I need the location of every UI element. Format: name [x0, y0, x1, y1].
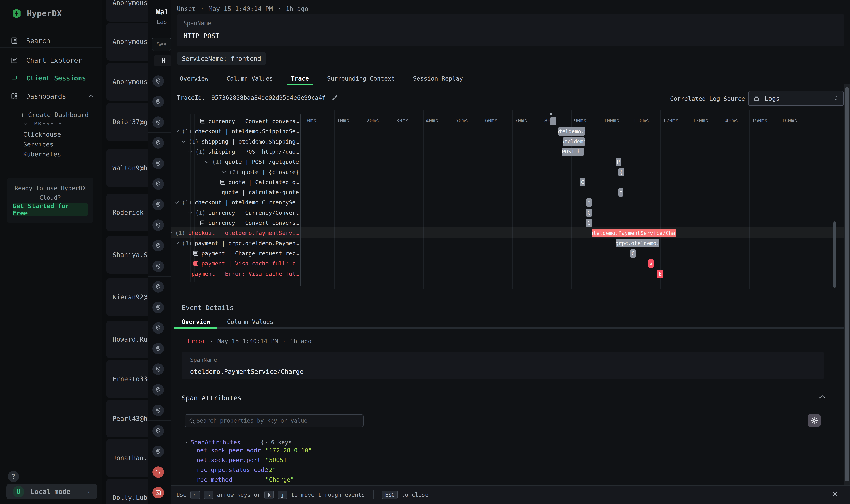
session-card[interactable]: Deion37@gm: [106, 103, 148, 141]
trace-span-bar[interactable]: grpc.oteldemo.: [616, 239, 659, 248]
create-dashboard-button[interactable]: + Create Dashboard: [21, 111, 89, 119]
session-event[interactable]: [148, 318, 170, 338]
drawer-tab[interactable]: Overview: [180, 73, 209, 84]
session-card[interactable]: Anonymous: [106, 23, 148, 60]
trace-row[interactable]: (1)shipping | oteldemo.Shipping…: [171, 137, 299, 147]
trace-span-bar[interactable]: o: [586, 198, 592, 206]
trace-span-bar[interactable]: c: [618, 188, 623, 197]
session-event[interactable]: [148, 421, 170, 441]
session-event[interactable]: [148, 174, 170, 194]
chevron-up-icon[interactable]: [88, 94, 94, 98]
drawer-tab[interactable]: Surrounding Context: [327, 73, 395, 84]
trace-span-bar[interactable]: C: [586, 219, 592, 227]
session-event[interactable]: [148, 153, 170, 174]
trace-span-bar[interactable]: oteldemo.PaymentService/Char: [592, 229, 676, 237]
trace-row[interactable]: (1)checkout | oteldemo.ShippingSe…: [171, 126, 299, 137]
session-event[interactable]: [148, 276, 170, 297]
session-event[interactable]: [148, 297, 170, 318]
presets-header[interactable]: PRESETS: [23, 121, 62, 127]
tree-scrollbar[interactable]: [300, 114, 301, 286]
get-started-button[interactable]: Get Started for Free: [13, 203, 88, 216]
session-event[interactable]: [148, 132, 170, 153]
session-event[interactable]: [148, 338, 170, 359]
session-card[interactable]: Dolly.Lubo: [106, 479, 148, 504]
session-card[interactable]: Walton9@ho: [106, 149, 148, 187]
trace-row[interactable]: (1)currency | Currency/Convert: [171, 208, 299, 218]
trace-row[interactable]: (1)shipping | POST http://quo…: [171, 147, 299, 157]
chevron-down-icon[interactable]: [174, 242, 179, 245]
sidebar-item-chart-explorer[interactable]: Chart Explorer: [0, 54, 102, 67]
trace-row[interactable]: quote | Calculated q…: [171, 177, 299, 187]
session-event[interactable]: [148, 215, 170, 235]
service-name-chip[interactable]: ServiceName: frontend: [177, 52, 266, 65]
trace-span-bar[interactable]: C: [630, 249, 636, 257]
session-card[interactable]: Anonymous: [106, 0, 148, 22]
trace-span-bar[interactable]: C: [586, 209, 592, 217]
trace-row[interactable]: (1)quote | POST /getquote: [171, 157, 299, 167]
trace-span-bar[interactable]: oteldemo: [563, 138, 585, 146]
session-event[interactable]: [148, 462, 170, 482]
session-search-input[interactable]: [152, 38, 170, 51]
chevron-down-icon[interactable]: [204, 160, 209, 163]
sidebar-item-dashboards[interactable]: Dashboards: [0, 90, 102, 103]
trace-span-bar[interactable]: {: [618, 168, 624, 176]
sidebar-item-search[interactable]: Search: [0, 34, 102, 48]
trace-row[interactable]: payment | Charge request rec…: [171, 248, 299, 258]
session-card[interactable]: Shaniya.Sc: [106, 236, 148, 274]
trace-row[interactable]: currency | Convert convers…: [171, 218, 299, 228]
trace-span-bar[interactable]: P: [616, 158, 621, 166]
preset-item[interactable]: Clickhouse: [23, 129, 61, 139]
drawer-scrollbar-thumb[interactable]: [845, 87, 849, 481]
help-button[interactable]: ?: [8, 471, 19, 482]
trace-span-bar[interactable]: oteldemo.S: [558, 127, 585, 136]
session-event[interactable]: [148, 256, 170, 276]
trace-row[interactable]: currency | Convert convers…: [171, 116, 299, 126]
session-card[interactable]: Howard.Run: [106, 321, 148, 358]
sidebar-item-client-sessions[interactable]: Client Sessions: [0, 72, 102, 85]
log-source-select[interactable]: Logs: [748, 91, 844, 106]
drawer-tab[interactable]: Trace: [291, 73, 309, 84]
event-details-tab[interactable]: Overview: [182, 317, 210, 327]
trace-span-bar[interactable]: E: [657, 270, 664, 278]
session-event[interactable]: [148, 91, 170, 112]
session-card[interactable]: Jonathan.B: [106, 439, 148, 477]
preset-item[interactable]: Kubernetes: [23, 149, 61, 159]
session-event[interactable]: [148, 482, 170, 503]
trace-row[interactable]: (1)checkout | oteldemo.PaymentServi…: [171, 228, 299, 238]
session-event[interactable]: [148, 441, 170, 462]
chevron-down-icon[interactable]: [188, 211, 193, 214]
preset-item[interactable]: Services: [23, 139, 61, 149]
local-mode-button[interactable]: U Local mode ›: [6, 484, 97, 500]
trace-row[interactable]: (1)checkout | oteldemo.CurrencySe…: [171, 197, 299, 208]
session-event[interactable]: [148, 379, 170, 400]
chevron-down-icon[interactable]: [174, 130, 179, 133]
chevron-down-icon[interactable]: [188, 150, 193, 153]
trace-span-bar[interactable]: V: [648, 259, 654, 268]
session-event[interactable]: [148, 359, 170, 379]
session-card[interactable]: Kieran92@h: [106, 278, 148, 316]
session-event[interactable]: [148, 235, 170, 256]
chevron-down-icon[interactable]: [171, 231, 172, 235]
session-event[interactable]: [148, 71, 170, 91]
session-event[interactable]: [148, 194, 170, 215]
span-attributes-root[interactable]: ▾ SpanAttributes: [185, 438, 240, 447]
chevron-down-icon[interactable]: [181, 140, 186, 143]
chevron-down-icon[interactable]: [221, 170, 226, 174]
session-card[interactable]: Ernesto33@: [106, 360, 148, 398]
collapse-section-chevron-icon[interactable]: [818, 395, 826, 399]
session-card[interactable]: Pearl43@ho: [106, 400, 148, 437]
session-event[interactable]: [148, 112, 170, 132]
session-event[interactable]: [148, 400, 170, 421]
trace-span-bar[interactable]: [550, 117, 556, 125]
trace-row[interactable]: quote | calculate-quote: [171, 187, 299, 197]
session-card[interactable]: Roderick_S: [106, 194, 148, 231]
trace-row[interactable]: (2)quote | {closure}: [171, 167, 299, 177]
drawer-tab[interactable]: Session Replay: [413, 73, 463, 84]
drawer-tab[interactable]: Column Values: [227, 73, 273, 84]
chevron-down-icon[interactable]: [174, 201, 179, 204]
waterfall-scrollbar[interactable]: [833, 221, 836, 288]
settings-button[interactable]: [808, 414, 820, 427]
trace-row[interactable]: payment | Error: Visa cache ful…: [171, 269, 299, 279]
trace-row[interactable]: (3)payment | grpc.oteldemo.Paymen…: [171, 238, 299, 248]
edit-pencil-icon[interactable]: [331, 94, 338, 101]
